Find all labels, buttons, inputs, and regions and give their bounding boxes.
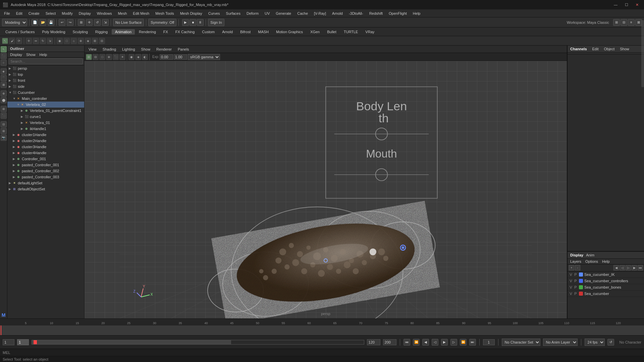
outliner-item-front[interactable]: ▶⬛front (7, 77, 84, 83)
outliner-item-vertebra_01_parent[interactable]: ▶⊕Vertebra_01_parentConstraint1 (7, 108, 84, 114)
frame-end-total-input[interactable] (383, 339, 396, 345)
layer-v-Sea_cucumber[interactable]: V (569, 292, 573, 296)
anim-layer-selector[interactable]: No Anim Layer (543, 339, 578, 346)
expand-arrow-persp[interactable]: ▶ (9, 67, 12, 70)
menu-item-edit[interactable]: Edit (13, 11, 25, 16)
sign-in-button[interactable]: Sign In (208, 19, 224, 26)
loop-button[interactable]: ↺ (607, 339, 614, 346)
mel-command-input[interactable] (13, 351, 641, 355)
vp-iso-icon[interactable]: ◈ (135, 54, 141, 60)
stop-icon[interactable]: ■ (190, 19, 196, 26)
split-icon[interactable]: ⊟ (99, 38, 105, 44)
vp-menu-view[interactable]: View (86, 47, 99, 52)
module-tab-rendering[interactable]: Rendering (136, 29, 159, 35)
expand-arrow-cluster1Handle[interactable]: ▶ (13, 133, 16, 136)
frame-end-range-input[interactable] (367, 339, 380, 345)
menu-item-file[interactable]: File (1, 11, 13, 16)
menu-item-generate[interactable]: Generate (273, 11, 294, 16)
grid-tool[interactable]: ⊞ (1, 128, 7, 134)
outliner-item-cluster4Handle[interactable]: ▶◉cluster4Handle (7, 150, 84, 156)
layer-menu-layers[interactable]: Layers (570, 259, 581, 263)
menu-item-uv[interactable]: UV (262, 11, 272, 16)
layer-v-Sea_cucumber_controllers[interactable]: V (569, 279, 573, 283)
frame-start-input[interactable] (3, 339, 14, 345)
move-icon[interactable]: ✛ (86, 19, 93, 26)
menu-item--v-ray-[interactable]: [V-Ray] (311, 11, 329, 16)
select-tool-icon[interactable]: ↖ (2, 38, 8, 44)
outliner-item-vertebra_01[interactable]: ▶✕Vertebra_01 (7, 120, 84, 126)
module-tab-sculpting[interactable]: Sculpting (69, 29, 91, 35)
rotate-tool-icon[interactable]: ↻ (40, 38, 46, 44)
transform-icon[interactable]: ✛ (26, 38, 32, 44)
viewport-canvas[interactable]: X Y Z Body Len th Mouth (85, 61, 567, 318)
go-start-button[interactable]: ⏮ (404, 339, 410, 346)
vp-menu-shading[interactable]: Shading (100, 47, 119, 52)
menu-item-redshift[interactable]: Redshift (367, 11, 385, 16)
vp-xray-icon[interactable]: ◉ (128, 54, 135, 60)
outliner-item-pasted_ctrl_003[interactable]: ▶⊕pasted_Controller_003 (7, 174, 84, 180)
module-tab-custom[interactable]: Custom (199, 29, 218, 35)
module-tab-curves---surfaces[interactable]: Curves / Surfaces (2, 29, 38, 35)
expand-arrow-vertebra_01[interactable]: ▶ (21, 121, 24, 124)
layer-item-sea-cucumber-bones[interactable]: V P Sea_cucumber_bones (568, 284, 644, 291)
expand-arrow-controller_001[interactable]: ▶ (13, 157, 16, 161)
outliner-item-controller_001[interactable]: ▶⊕Controller_001 (7, 156, 84, 162)
vp-shadow-icon[interactable]: ◐ (142, 54, 148, 60)
layer-nav-end[interactable]: ⏭ (638, 265, 643, 270)
expand-arrow-defaultObjectSet[interactable]: ▶ (9, 187, 12, 191)
menu-item-select[interactable]: Select (43, 11, 59, 16)
expand-arrow-cluster4Handle[interactable]: ▶ (13, 151, 16, 155)
layer-add-button[interactable]: + (569, 265, 574, 270)
lasso-tool[interactable]: ○ (1, 60, 7, 66)
outliner-menu-display[interactable]: Display (10, 53, 22, 57)
connect-icon[interactable]: ⊕ (78, 38, 84, 44)
layer-nav-left[interactable]: ◀ (613, 265, 619, 270)
menu-item-cache[interactable]: Cache (294, 11, 311, 16)
vp-menu-lighting[interactable]: Lighting (119, 47, 138, 52)
outliner-item-ikHandle1[interactable]: ▶⊕ikHandle1 (7, 126, 84, 132)
module-tab-arnold[interactable]: Arnold (219, 29, 236, 35)
prev-key-button[interactable]: ⏪ (413, 339, 420, 346)
expand-arrow-cluster3Handle[interactable]: ▶ (13, 145, 16, 148)
frame-range-bar[interactable] (32, 340, 364, 345)
fps-selector[interactable]: 24 fps (585, 339, 605, 346)
outliner-menu-help[interactable]: Help (40, 53, 47, 57)
menu-item-help[interactable]: Help (410, 11, 423, 16)
layer-menu-options[interactable]: Options (585, 259, 598, 263)
ws-icon-3[interactable]: ≡ (628, 19, 635, 26)
menu-item-edit-mesh[interactable]: Edit Mesh (130, 11, 152, 16)
outliner-item-side[interactable]: ▶⬛side (7, 83, 84, 89)
vp-smooth-icon[interactable]: ⊕ (106, 54, 112, 60)
outliner-item-main_controller[interactable]: ▼✕Main_controller (7, 96, 84, 102)
prev-frame-button[interactable]: ◀ (422, 339, 429, 346)
menu-item-openflight[interactable]: OpenFlight (386, 11, 410, 16)
snap-tool[interactable]: ◈ (1, 68, 7, 74)
channels-tab-edit[interactable]: Edit (592, 47, 599, 51)
outliner-item-pasted_ctrl_002[interactable]: ▶⊕pasted_Controller_002 (7, 168, 84, 174)
character-set-selector[interactable]: No Character Set (502, 339, 540, 346)
maximize-button[interactable]: ☐ (622, 2, 631, 8)
outliner-item-cluster2Handle[interactable]: ▶◉cluster2Handle (7, 138, 84, 144)
play-forward-button[interactable]: ▶ (441, 339, 448, 346)
module-tab-mash[interactable]: MASH (255, 29, 272, 35)
expand-arrow-cluster2Handle[interactable]: ▶ (13, 139, 16, 142)
frame-current-input[interactable] (17, 339, 29, 345)
move-tool-icon[interactable]: ⇔ (33, 38, 39, 44)
layer-p-Sea_cucumber_controllers[interactable]: P (574, 279, 578, 283)
layer-nav-right[interactable]: ▷ (626, 265, 631, 270)
menu-item-mesh-tools[interactable]: Mesh Tools (153, 11, 176, 16)
layer-v-Sea_cucumber_bones[interactable]: V (569, 285, 573, 289)
paint-select-icon[interactable]: 🖌 (9, 38, 15, 44)
module-tab-bifrost[interactable]: Bifrost (237, 29, 254, 35)
vp-menu-panels[interactable]: Panels (175, 47, 192, 52)
module-tab-rigging[interactable]: Rigging (92, 29, 111, 35)
next-frame-button[interactable]: ▷ (450, 339, 457, 346)
extrude-icon[interactable]: □ (64, 38, 70, 44)
layer-p-Sea_cucumber_IK[interactable]: P (574, 273, 578, 277)
expand-arrow-vertebra_02[interactable]: ▼ (17, 103, 20, 106)
menu-item-mesh-display[interactable]: Mesh Display (177, 11, 205, 16)
vp-menu-show[interactable]: Show (139, 47, 153, 52)
expand-arrow-side[interactable]: ▶ (9, 85, 12, 88)
mode-selector[interactable]: Modeling (2, 19, 27, 26)
next-key-button[interactable]: ⏩ (460, 339, 467, 346)
